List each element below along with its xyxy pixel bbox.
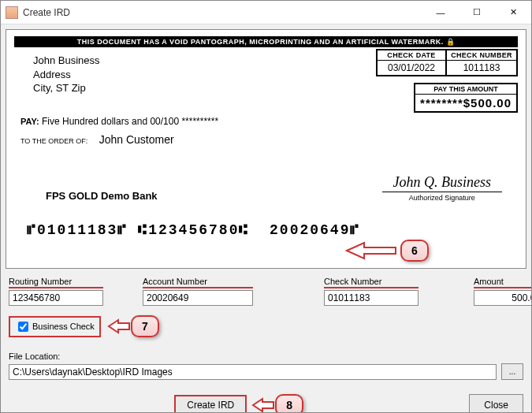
payee-name: John Customer [99, 133, 174, 146]
business-check-checkbox[interactable] [18, 322, 28, 332]
file-location-input[interactable] [9, 364, 497, 380]
account-field: Account Number [143, 277, 253, 306]
minimize-button[interactable]: — [422, 1, 459, 24]
svg-marker-1 [109, 320, 129, 333]
create-ird-button[interactable]: Create IRD [174, 395, 247, 413]
check-number-value: 1011183 [447, 61, 516, 75]
close-button[interactable]: Close [469, 394, 523, 413]
close-window-button[interactable]: ✕ [495, 1, 531, 24]
signature: John Q. Business [382, 174, 503, 192]
pay-label: PAY: [20, 117, 39, 126]
title-bar: Create IRD — ☐ ✕ [1, 1, 531, 24]
payer-address: Address [33, 68, 100, 82]
business-check-label-box[interactable]: Business Check [9, 316, 101, 337]
amount-input[interactable] [474, 290, 532, 306]
check-amount-box: PAY THIS AMOUNT ********$500.00 [414, 83, 518, 113]
form-row-1: Routing Number Account Number Check Numb… [6, 277, 526, 306]
callout-8: 8 [251, 394, 303, 413]
check-number-field-label: Check Number [324, 277, 419, 288]
account-input[interactable] [143, 290, 253, 306]
button-row: Create IRD 8 Close [6, 394, 526, 413]
order-label: TO THE ORDER OF: [20, 137, 87, 145]
window-title: Create IRD [23, 7, 422, 18]
check-amount-label: PAY THIS AMOUNT [415, 84, 516, 95]
amount-field: Amount [474, 277, 532, 306]
pay-words: Five Hundred dollars and 00/100 ********… [42, 116, 218, 127]
check-date-value: 03/01/2022 [378, 61, 445, 75]
content-area: THIS DOCUMENT HAS A VOID PANTOGRAPH, MIC… [1, 24, 531, 413]
svg-marker-2 [253, 399, 273, 411]
signature-label: Authorized Signature [382, 194, 503, 202]
routing-input[interactable] [9, 290, 103, 306]
form-row-2: Business Check 7 [6, 315, 526, 337]
callout-6: 6 [345, 240, 429, 262]
account-label: Account Number [143, 277, 253, 288]
signature-area: John Q. Business Authorized Signature [382, 174, 503, 202]
check-number-field: Check Number [324, 277, 419, 306]
check-number-input[interactable] [324, 290, 419, 306]
file-location-label: File Location: [9, 352, 523, 361]
amount-field-label: Amount [474, 277, 532, 288]
bank-name: FPS GOLD Demo Bank [46, 190, 158, 202]
svg-marker-0 [347, 243, 396, 259]
check-image: THIS DOCUMENT HAS A VOID PANTOGRAPH, MIC… [6, 29, 526, 269]
browse-button[interactable]: ... [501, 363, 523, 380]
payer-name: John Business [33, 54, 100, 68]
callout-8-bubble: 8 [275, 394, 303, 413]
micr-line: ⑈01011183⑈ ⑆123456780⑆ 20020649⑈ [27, 222, 518, 238]
check-date-box: CHECK DATE 03/01/2022 [376, 49, 447, 76]
arrow-left-icon [107, 317, 131, 336]
check-date-label: CHECK DATE [378, 50, 445, 61]
check-amount-value: ********$500.00 [415, 95, 516, 111]
pay-line: PAY: Five Hundred dollars and 00/100 ***… [20, 116, 518, 127]
routing-label: Routing Number [9, 277, 103, 288]
check-number-box: CHECK NUMBER 1011183 [447, 49, 518, 76]
check-security-banner: THIS DOCUMENT HAS A VOID PANTOGRAPH, MIC… [14, 36, 518, 47]
arrow-left-icon [345, 240, 400, 262]
callout-7-bubble: 7 [131, 315, 159, 337]
callout-6-bubble: 6 [400, 240, 429, 262]
window-buttons: — ☐ ✕ [422, 1, 531, 24]
arrow-left-icon [251, 396, 275, 413]
check-number-label: CHECK NUMBER [447, 50, 516, 61]
payer-citystate: City, ST Zip [33, 81, 100, 95]
callout-7: 7 [107, 315, 159, 337]
app-icon [6, 6, 18, 19]
business-check-label: Business Check [32, 322, 95, 331]
payer-block: John Business Address City, ST Zip [33, 54, 100, 113]
file-location-row: File Location: ... [6, 352, 526, 380]
order-line: TO THE ORDER OF: John Customer [20, 133, 518, 146]
check-info-boxes: CHECK DATE 03/01/2022 CHECK NUMBER 10111… [376, 49, 518, 113]
routing-field: Routing Number [9, 277, 103, 306]
maximize-button[interactable]: ☐ [459, 1, 495, 24]
